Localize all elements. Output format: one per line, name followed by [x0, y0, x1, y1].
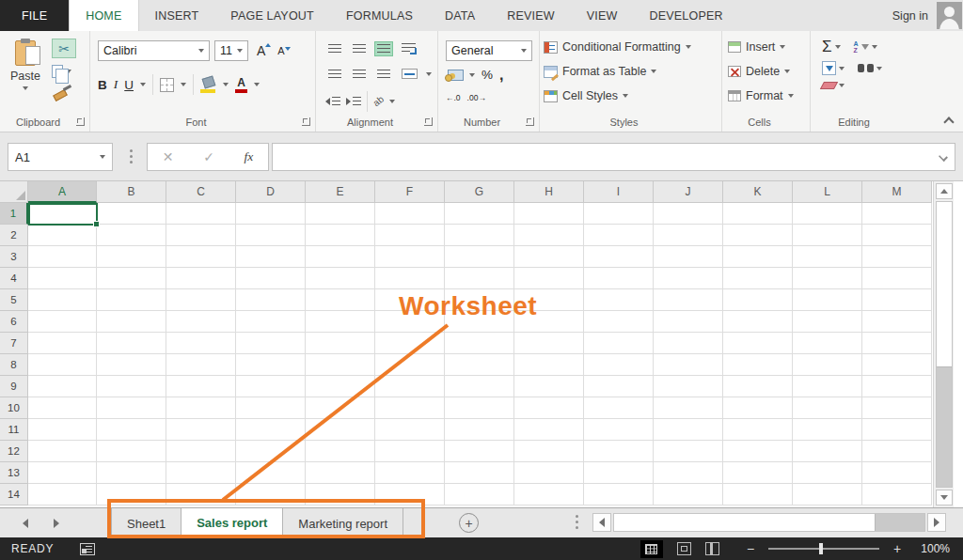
cell-A3[interactable] [28, 246, 97, 268]
cell-styles-button[interactable]: Cell Styles [544, 86, 691, 105]
cell-F10[interactable] [375, 397, 445, 419]
delete-button[interactable]: Delete [728, 62, 794, 81]
bold-button[interactable]: B [98, 78, 107, 92]
cell-I14[interactable] [584, 484, 654, 506]
cell-D7[interactable] [236, 333, 306, 354]
column-header-e[interactable]: E [306, 181, 375, 203]
cell-K13[interactable] [723, 462, 793, 484]
scroll-up-icon[interactable] [936, 183, 953, 199]
column-header-a[interactable]: A [28, 181, 97, 203]
cell-D8[interactable] [236, 354, 306, 376]
cell-D4[interactable] [236, 268, 306, 289]
align-left-button[interactable] [325, 67, 344, 82]
cell-H10[interactable] [514, 397, 584, 419]
cell-E13[interactable] [306, 462, 375, 484]
cell-C14[interactable] [166, 484, 236, 506]
cell-J11[interactable] [654, 419, 723, 441]
cell-D1[interactable] [236, 203, 306, 225]
cell-L13[interactable] [793, 462, 862, 484]
column-header-g[interactable]: G [445, 181, 514, 203]
dropdown-arrow-icon[interactable] [140, 83, 146, 86]
bottom-align-button[interactable] [374, 41, 393, 56]
scroll-down-icon[interactable] [936, 490, 953, 506]
horizontal-scroll-track[interactable] [613, 513, 925, 532]
column-header-l[interactable]: L [793, 181, 862, 203]
formula-input[interactable] [272, 143, 955, 171]
ribbon-tab-insert[interactable]: INSERT [139, 0, 215, 31]
cell-B3[interactable] [97, 246, 166, 268]
cell-B5[interactable] [97, 289, 166, 311]
cell-A11[interactable] [28, 419, 97, 441]
paste-button[interactable]: Paste [5, 38, 46, 118]
expand-formula-bar-icon[interactable] [939, 152, 948, 162]
sheet-tab-marketing-report[interactable]: Marketing report [283, 508, 403, 538]
cell-H2[interactable] [514, 225, 584, 246]
cell-H4[interactable] [514, 268, 584, 289]
ribbon-tab-page-layout[interactable]: PAGE LAYOUT [214, 0, 330, 31]
cell-C6[interactable] [166, 311, 236, 333]
macro-record-icon[interactable] [80, 543, 95, 555]
cell-K3[interactable] [723, 246, 793, 268]
cell-E6[interactable] [306, 311, 375, 333]
cell-L4[interactable] [793, 268, 862, 289]
row-header-14[interactable]: 14 [0, 484, 28, 506]
cell-G1[interactable] [445, 203, 514, 225]
fill-button[interactable] [822, 61, 845, 75]
enter-button[interactable]: ✓ [203, 149, 214, 164]
new-sheet-button[interactable]: + [459, 513, 479, 533]
comma-style-button[interactable]: , [499, 70, 503, 80]
autosum-button[interactable]: Σ [822, 39, 841, 54]
cell-D6[interactable] [236, 311, 306, 333]
row-header-3[interactable]: 3 [0, 246, 28, 268]
cell-G14[interactable] [445, 484, 514, 506]
cell-L8[interactable] [793, 354, 862, 376]
cell-A7[interactable] [28, 333, 97, 354]
cell-D14[interactable] [236, 484, 306, 506]
cell-L14[interactable] [793, 484, 862, 506]
cell-J9[interactable] [654, 376, 723, 397]
cell-G4[interactable] [445, 268, 514, 289]
cell-M1[interactable] [862, 203, 932, 225]
cell-M5[interactable] [862, 289, 932, 311]
fill-color-button[interactable] [200, 77, 216, 93]
dropdown-arrow-icon[interactable] [389, 100, 395, 103]
dropdown-arrow-icon[interactable] [469, 73, 475, 77]
cell-A13[interactable] [28, 462, 97, 484]
cell-H5[interactable] [514, 289, 584, 311]
cell-I3[interactable] [584, 246, 654, 268]
cell-G13[interactable] [445, 462, 514, 484]
name-box[interactable]: A1 [8, 143, 113, 171]
cell-E1[interactable] [306, 203, 375, 225]
zoom-slider-thumb[interactable] [819, 543, 823, 554]
cell-B9[interactable] [97, 376, 166, 397]
borders-button[interactable] [160, 78, 174, 92]
cell-M14[interactable] [862, 484, 932, 506]
top-align-button[interactable] [325, 41, 344, 56]
ribbon-tab-data[interactable]: DATA [429, 0, 491, 31]
cell-A10[interactable] [28, 397, 97, 419]
cell-A1[interactable] [28, 203, 97, 225]
cell-E4[interactable] [306, 268, 375, 289]
cell-J1[interactable] [654, 203, 723, 225]
italic-button[interactable]: I [114, 77, 118, 92]
cell-D5[interactable] [236, 289, 306, 311]
cell-I4[interactable] [584, 268, 654, 289]
cell-A8[interactable] [28, 354, 97, 376]
vertical-scroll-thumb[interactable] [937, 202, 952, 367]
row-header-9[interactable]: 9 [0, 376, 28, 397]
cell-A14[interactable] [28, 484, 97, 506]
cell-C13[interactable] [166, 462, 236, 484]
cell-J10[interactable] [654, 397, 723, 419]
row-header-1[interactable]: 1 [0, 203, 28, 225]
cell-G7[interactable] [445, 333, 514, 354]
cell-C11[interactable] [166, 419, 236, 441]
zoom-slider[interactable] [768, 548, 879, 550]
cell-L10[interactable] [793, 397, 862, 419]
cell-M10[interactable] [862, 397, 932, 419]
percent-style-button[interactable]: % [482, 68, 493, 82]
cell-A9[interactable] [28, 376, 97, 397]
cell-B4[interactable] [97, 268, 166, 289]
cell-A4[interactable] [28, 268, 97, 289]
center-button[interactable] [350, 67, 369, 82]
font-name-combo[interactable]: Calibri [98, 40, 210, 61]
